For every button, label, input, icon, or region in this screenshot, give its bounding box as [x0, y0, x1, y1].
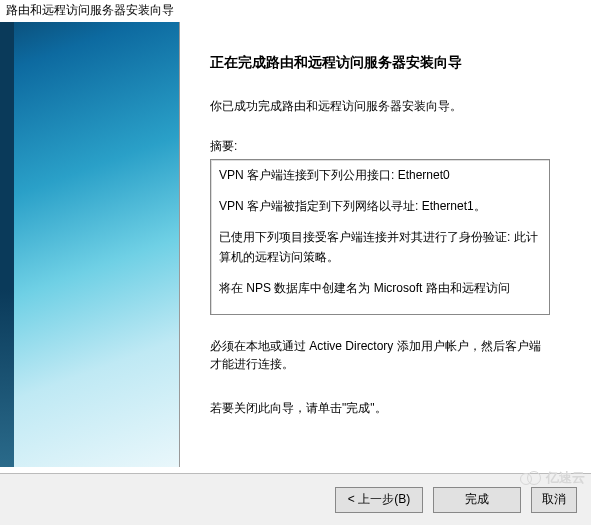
summary-line: 将在 NPS 数据库中创建名为 Microsoft 路由和远程访问 [219, 279, 541, 298]
finish-button[interactable]: 完成 [433, 487, 521, 513]
wizard-body: 正在完成路由和远程访问服务器安装向导 你已成功完成路由和远程访问服务器安装向导。… [0, 22, 591, 473]
wizard-button-row: < 上一步(B) 完成 取消 [0, 473, 591, 525]
wizard-intro-text: 你已成功完成路由和远程访问服务器安装向导。 [210, 97, 573, 115]
summary-line: VPN 客户端连接到下列公用接口: Ethernet0 [219, 166, 541, 185]
wizard-content: 正在完成路由和远程访问服务器安装向导 你已成功完成路由和远程访问服务器安装向导。… [180, 22, 591, 473]
back-button[interactable]: < 上一步(B) [335, 487, 423, 513]
window-title: 路由和远程访问服务器安装向导 [0, 0, 591, 22]
summary-label: 摘要: [210, 137, 573, 155]
wizard-note-text: 必须在本地或通过 Active Directory 添加用户帐户，然后客户端才能… [210, 337, 550, 373]
wizard-close-text: 若要关闭此向导，请单击"完成"。 [210, 399, 550, 417]
cancel-button[interactable]: 取消 [531, 487, 577, 513]
wizard-side-panel [0, 22, 180, 467]
summary-textbox[interactable]: VPN 客户端连接到下列公用接口: Ethernet0 VPN 客户端被指定到下… [210, 159, 550, 315]
wizard-dialog: 正在完成路由和远程访问服务器安装向导 你已成功完成路由和远程访问服务器安装向导。… [0, 22, 591, 525]
wizard-heading: 正在完成路由和远程访问服务器安装向导 [210, 52, 573, 73]
summary-line: 已使用下列项目接受客户端连接并对其进行了身份验证: 此计算机的远程访问策略。 [219, 228, 541, 266]
side-accent-strip [0, 22, 14, 467]
summary-line: VPN 客户端被指定到下列网络以寻址: Ethernet1。 [219, 197, 541, 216]
